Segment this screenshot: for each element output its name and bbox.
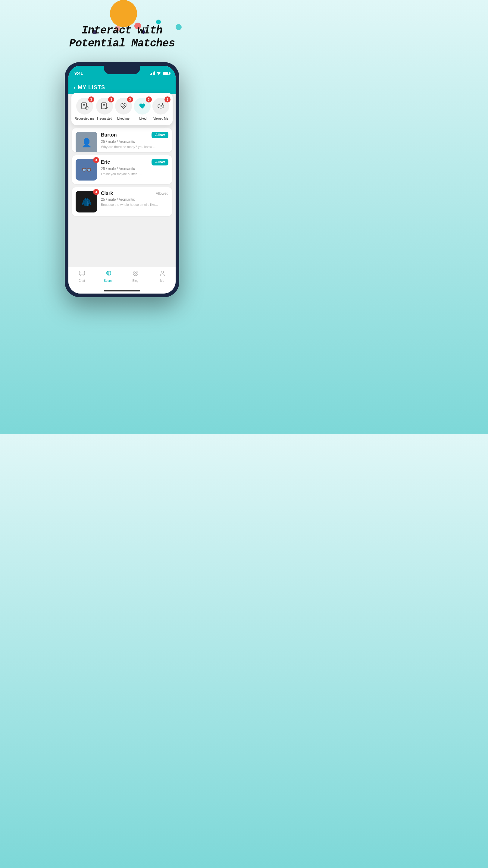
filter-requested-me[interactable]: 3 Requested me xyxy=(75,98,94,120)
nav-label-blog: Blog xyxy=(132,279,138,282)
notch xyxy=(104,66,140,74)
filter-cards: 3 Requested me 3 xyxy=(71,93,173,125)
phone-screen: 9:41 xyxy=(68,66,175,293)
badge-viewed-me: 3 xyxy=(164,96,170,102)
status-icons xyxy=(150,71,170,76)
signal-icon xyxy=(150,71,155,75)
phone-mockup: 9:41 xyxy=(65,62,179,297)
screen-title: MY LISTS xyxy=(78,84,105,91)
user-preview-burton: Why are there so many? you konw ...... xyxy=(101,145,168,149)
nav-search[interactable]: Search xyxy=(95,270,122,282)
user-meta-burton: 25 / male / Aromantic xyxy=(101,140,168,144)
battery-icon xyxy=(163,72,170,75)
avatar-burton: 👤 xyxy=(76,132,97,152)
title-line2: Potential Matches xyxy=(69,37,175,50)
allowed-label-clark: Allowed xyxy=(156,191,168,195)
home-indicator xyxy=(68,287,175,293)
user-meta-eric: 25 / male / Aromantic xyxy=(101,167,168,171)
user-card-clark[interactable]: 🧥 3 Clark Allowed 25 / male / Aromantic … xyxy=(72,187,172,216)
filter-label-viewed-me: Viewed Me xyxy=(153,117,168,120)
avatar-wrap-clark: 🧥 3 xyxy=(76,191,97,213)
filter-i-liked[interactable]: 3 I Liked xyxy=(134,98,151,120)
user-preview-eric: I think you maybe a litter...... xyxy=(101,172,168,176)
user-info-eric: Eric Allow 25 / male / Aromantic I think… xyxy=(101,159,168,181)
user-info-burton: Burton Allow 25 / male / Aromantic Why a… xyxy=(101,132,168,149)
svg-point-15 xyxy=(83,273,84,273)
nav-blog[interactable]: Blog xyxy=(122,270,149,282)
avatar-wrap-eric: 👓 3 xyxy=(76,159,97,181)
avatar-wrap-burton: 👤 xyxy=(76,132,97,149)
user-name-clark: Clark xyxy=(101,191,113,196)
chat-icon xyxy=(78,270,85,278)
filter-liked-me[interactable]: 3 Liked me xyxy=(115,98,132,120)
svg-point-11 xyxy=(160,106,161,107)
filter-label-liked-me: Liked me xyxy=(117,117,130,120)
nav-label-search: Search xyxy=(104,279,113,282)
user-name-eric: Eric xyxy=(101,159,110,165)
home-bar xyxy=(104,290,140,291)
time: 9:41 xyxy=(74,71,83,76)
app-header: ‹ MY LISTS xyxy=(68,81,175,94)
status-bar: 9:41 xyxy=(68,66,175,81)
badge-requested-me: 3 xyxy=(88,96,94,102)
avatar-badge-eric: 3 xyxy=(93,157,99,163)
nav-chat[interactable]: Chat xyxy=(68,270,95,282)
blog-icon xyxy=(132,270,139,278)
svg-point-22 xyxy=(161,271,164,273)
badge-liked-me: 3 xyxy=(127,96,133,102)
filter-label-i-liked: I Liked xyxy=(138,117,147,120)
user-card-burton[interactable]: 👤 Burton Allow 25 / male / Aromantic Why… xyxy=(72,128,172,152)
filter-i-requested[interactable]: 3 I requested xyxy=(96,98,113,120)
svg-point-14 xyxy=(82,273,82,273)
wifi-icon xyxy=(156,71,161,76)
back-button[interactable]: ‹ xyxy=(74,85,75,90)
page-title: Interact with Potential Matches xyxy=(69,24,175,50)
filter-label-requested-me: Requested me xyxy=(75,117,94,120)
nav-label-chat: Chat xyxy=(78,279,85,282)
filter-viewed-me[interactable]: 3 Viewed Me xyxy=(153,98,169,120)
avatar-badge-clark: 3 xyxy=(93,189,99,195)
liked-me-icon xyxy=(119,102,128,110)
requested-me-icon xyxy=(80,102,89,110)
me-icon xyxy=(159,270,166,278)
allow-button-eric[interactable]: Allow xyxy=(152,159,168,165)
user-card-eric[interactable]: 👓 3 Eric Allow 25 / male / Aromantic I t… xyxy=(72,155,172,184)
bottom-nav: Chat Search xyxy=(68,267,175,287)
svg-point-21 xyxy=(135,273,136,274)
svg-point-20 xyxy=(133,271,138,276)
user-preview-clark: Because the whole house smells like... xyxy=(101,203,168,207)
title-line1: Interact with xyxy=(82,24,162,37)
search-icon xyxy=(105,270,112,278)
nav-label-me: Me xyxy=(160,279,164,282)
viewed-me-icon xyxy=(157,102,165,110)
badge-i-liked: 3 xyxy=(146,96,152,102)
phone-frame: 9:41 xyxy=(65,62,179,297)
badge-i-requested: 3 xyxy=(108,96,114,102)
nav-me[interactable]: Me xyxy=(149,270,175,282)
header-area: Interact with Potential Matches xyxy=(0,0,244,50)
i-liked-icon xyxy=(138,102,147,110)
allow-button-burton[interactable]: Allow xyxy=(152,132,168,138)
svg-point-13 xyxy=(80,273,81,273)
filter-label-i-requested: I requested xyxy=(97,117,112,120)
i-requested-icon xyxy=(100,102,109,110)
title-container: Interact with Potential Matches xyxy=(0,6,244,50)
user-info-clark: Clark Allowed 25 / male / Aromantic Beca… xyxy=(101,191,168,213)
user-list: 👤 Burton Allow 25 / male / Aromantic Why… xyxy=(68,128,175,267)
user-name-burton: Burton xyxy=(101,132,117,138)
user-meta-clark: 25 / male / Aromantic xyxy=(101,197,168,202)
